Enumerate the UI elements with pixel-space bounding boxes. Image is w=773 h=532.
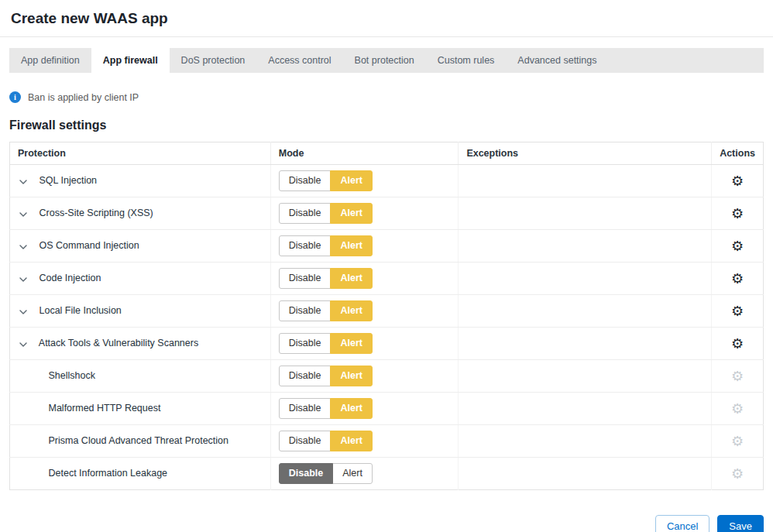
chevron-down-icon[interactable] xyxy=(19,208,29,219)
mode-disable-button[interactable]: Disable xyxy=(279,333,332,354)
info-banner: i Ban is applied by client IP xyxy=(9,91,764,103)
mode-toggle: Disable Alert xyxy=(279,170,373,191)
exceptions-cell xyxy=(459,393,712,425)
mode-disable-button[interactable]: Disable xyxy=(279,431,332,451)
info-text: Ban is applied by client IP xyxy=(28,92,139,103)
table-row: SQL Injection Disable Alert ⚙ xyxy=(10,165,764,197)
tab-custom-rules[interactable]: Custom rules xyxy=(426,48,507,73)
mode-alert-button[interactable]: Alert xyxy=(330,235,372,256)
exceptions-cell xyxy=(459,230,712,263)
protection-name: Prisma Cloud Advanced Threat Protection xyxy=(48,435,228,446)
gear-icon[interactable]: ⚙ xyxy=(731,272,744,286)
page-content: i Ban is applied by client IP Firewall s… xyxy=(0,91,773,490)
mode-alert-button[interactable]: Alert xyxy=(332,463,373,484)
mode-toggle: Disable Alert xyxy=(279,431,373,451)
exceptions-cell xyxy=(459,328,712,360)
exceptions-cell xyxy=(459,197,712,230)
protection-name: Shellshock xyxy=(48,370,94,381)
page-header: Create new WAAS app xyxy=(0,0,773,37)
mode-toggle: Disable Alert xyxy=(279,300,373,321)
page-title: Create new WAAS app xyxy=(11,10,762,27)
protection-name: OS Command Injection xyxy=(39,240,139,251)
mode-disable-button[interactable]: Disable xyxy=(279,203,332,224)
mode-alert-button[interactable]: Alert xyxy=(330,203,372,224)
firewall-table: Protection Mode Exceptions Actions SQL I… xyxy=(9,142,764,490)
table-row: Shellshock Disable Alert ⚙ xyxy=(10,360,764,393)
gear-icon[interactable]: ⚙ xyxy=(731,207,744,221)
mode-alert-button[interactable]: Alert xyxy=(330,170,372,191)
mode-disable-button[interactable]: Disable xyxy=(279,398,332,419)
mode-disable-button[interactable]: Disable xyxy=(279,170,332,191)
exceptions-cell xyxy=(459,295,712,328)
mode-disable-button[interactable]: Disable xyxy=(279,366,332,386)
mode-disable-button[interactable]: Disable xyxy=(279,463,333,484)
gear-icon: ⚙ xyxy=(731,369,744,383)
actions-footer: Cancel Save xyxy=(0,490,773,532)
protection-name: Attack Tools & Vulnerability Scanners xyxy=(39,338,198,348)
section-title: Firewall settings xyxy=(9,118,764,132)
gear-icon[interactable]: ⚙ xyxy=(731,174,744,188)
mode-disable-button[interactable]: Disable xyxy=(279,300,332,321)
cancel-button[interactable]: Cancel xyxy=(655,515,709,532)
mode-alert-button[interactable]: Alert xyxy=(330,333,372,354)
table-row: Code Injection Disable Alert ⚙ xyxy=(10,263,764,295)
chevron-down-icon[interactable] xyxy=(19,306,29,317)
gear-icon[interactable]: ⚙ xyxy=(731,239,744,253)
table-row: Attack Tools & Vulnerability Scanners Di… xyxy=(10,328,764,360)
chevron-down-icon[interactable] xyxy=(19,273,29,284)
mode-alert-button[interactable]: Alert xyxy=(330,431,372,451)
chevron-down-icon[interactable] xyxy=(19,176,29,187)
mode-toggle: Disable Alert xyxy=(279,203,373,224)
table-row: Malformed HTTP Request Disable Alert ⚙ xyxy=(10,393,764,425)
protection-name: Cross-Site Scripting (XSS) xyxy=(39,208,153,218)
gear-icon[interactable]: ⚙ xyxy=(731,304,744,318)
exceptions-cell xyxy=(459,165,712,197)
tab-app-firewall[interactable]: App firewall xyxy=(91,48,170,73)
mode-alert-button[interactable]: Alert xyxy=(330,366,372,386)
protection-name: Local File Inclusion xyxy=(39,305,121,316)
mode-alert-button[interactable]: Alert xyxy=(330,268,372,289)
mode-disable-button[interactable]: Disable xyxy=(279,268,332,289)
chevron-down-icon[interactable] xyxy=(19,338,29,349)
table-row: Local File Inclusion Disable Alert ⚙ xyxy=(10,295,764,328)
chevron-down-icon[interactable] xyxy=(19,241,29,252)
tab-access-control[interactable]: Access control xyxy=(256,48,342,73)
tab-app-definition[interactable]: App definition xyxy=(9,48,91,73)
table-header-row: Protection Mode Exceptions Actions xyxy=(10,142,764,165)
protection-name: SQL Injection xyxy=(39,175,97,186)
gear-icon: ⚙ xyxy=(731,467,744,481)
protection-name: Malformed HTTP Request xyxy=(48,403,160,414)
mode-toggle: Disable Alert xyxy=(279,333,373,354)
tab-bar: App definitionApp firewallDoS protection… xyxy=(9,48,764,73)
mode-toggle: Disable Alert xyxy=(279,268,373,289)
gear-icon: ⚙ xyxy=(731,402,744,416)
mode-toggle: Disable Alert xyxy=(279,398,373,419)
firewall-table-body: SQL Injection Disable Alert ⚙ Cross-Site… xyxy=(10,165,764,490)
mode-disable-button[interactable]: Disable xyxy=(279,235,332,256)
exceptions-cell xyxy=(459,263,712,295)
col-header-exceptions: Exceptions xyxy=(459,142,712,165)
save-button[interactable]: Save xyxy=(717,515,764,532)
table-row: Cross-Site Scripting (XSS) Disable Alert… xyxy=(10,197,764,230)
gear-icon: ⚙ xyxy=(731,434,744,448)
exceptions-cell xyxy=(459,425,712,458)
mode-toggle: Disable Alert xyxy=(279,235,373,256)
mode-alert-button[interactable]: Alert xyxy=(330,398,372,419)
mode-alert-button[interactable]: Alert xyxy=(330,300,372,321)
mode-toggle: Disable Alert xyxy=(279,463,373,484)
col-header-mode: Mode xyxy=(270,142,459,165)
table-row: Prisma Cloud Advanced Threat Protection … xyxy=(10,425,764,458)
tab-bot-protection[interactable]: Bot protection xyxy=(343,48,426,73)
col-header-protection: Protection xyxy=(10,142,271,165)
mode-toggle: Disable Alert xyxy=(279,366,373,386)
exceptions-cell xyxy=(459,360,712,393)
protection-name: Detect Information Leakage xyxy=(48,468,167,479)
gear-icon[interactable]: ⚙ xyxy=(731,337,744,351)
col-header-actions: Actions xyxy=(712,142,764,165)
exceptions-cell xyxy=(459,458,712,490)
protection-name: Code Injection xyxy=(39,273,101,283)
tab-advanced-settings[interactable]: Advanced settings xyxy=(506,48,608,73)
table-row: Detect Information Leakage Disable Alert… xyxy=(10,458,764,490)
table-row: OS Command Injection Disable Alert ⚙ xyxy=(10,230,764,263)
tab-dos-protection[interactable]: DoS protection xyxy=(170,48,257,73)
